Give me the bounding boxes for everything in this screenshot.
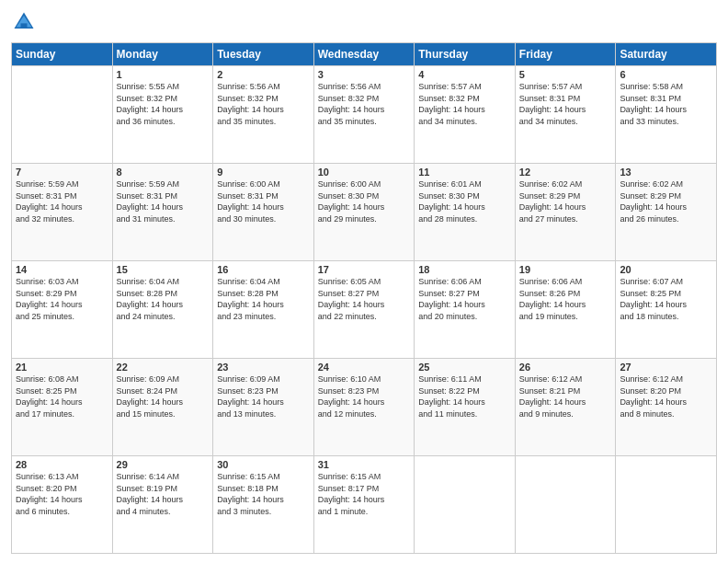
day-cell: 22Sunrise: 6:09 AM Sunset: 8:24 PM Dayli… [112, 359, 213, 456]
day-cell: 23Sunrise: 6:09 AM Sunset: 8:23 PM Dayli… [213, 359, 314, 456]
day-info: Sunrise: 6:06 AM Sunset: 8:26 PM Dayligh… [519, 277, 586, 321]
day-cell: 28Sunrise: 6:13 AM Sunset: 8:20 PM Dayli… [12, 456, 113, 554]
page: SundayMondayTuesdayWednesdayThursdayFrid… [0, 0, 728, 563]
week-row-0: 1Sunrise: 5:55 AM Sunset: 8:32 PM Daylig… [12, 66, 717, 164]
day-info: Sunrise: 6:13 AM Sunset: 8:20 PM Dayligh… [16, 472, 83, 516]
day-number: 8 [117, 167, 210, 178]
day-number: 15 [117, 264, 210, 275]
day-cell: 5Sunrise: 5:57 AM Sunset: 8:31 PM Daylig… [515, 66, 616, 164]
day-info: Sunrise: 6:09 AM Sunset: 8:24 PM Dayligh… [117, 374, 184, 419]
header-cell-tuesday: Tuesday [213, 43, 314, 66]
day-number: 17 [318, 264, 411, 275]
day-number: 1 [117, 69, 210, 80]
day-cell: 19Sunrise: 6:06 AM Sunset: 8:26 PM Dayli… [515, 261, 616, 359]
day-number: 26 [519, 362, 612, 373]
day-info: Sunrise: 6:09 AM Sunset: 8:23 PM Dayligh… [217, 374, 284, 419]
day-cell [415, 456, 516, 554]
week-row-2: 14Sunrise: 6:03 AM Sunset: 8:29 PM Dayli… [12, 261, 717, 359]
day-info: Sunrise: 5:55 AM Sunset: 8:32 PM Dayligh… [117, 82, 184, 126]
day-info: Sunrise: 5:58 AM Sunset: 8:31 PM Dayligh… [620, 82, 687, 126]
day-number: 2 [217, 69, 310, 80]
day-info: Sunrise: 6:10 AM Sunset: 8:23 PM Dayligh… [318, 374, 385, 419]
day-number: 9 [217, 167, 310, 178]
day-info: Sunrise: 6:14 AM Sunset: 8:19 PM Dayligh… [117, 472, 184, 516]
day-number: 25 [418, 362, 511, 373]
logo [11, 9, 40, 35]
day-cell: 16Sunrise: 6:04 AM Sunset: 8:28 PM Dayli… [213, 261, 314, 359]
day-info: Sunrise: 6:04 AM Sunset: 8:28 PM Dayligh… [217, 277, 284, 321]
day-cell: 9Sunrise: 6:00 AM Sunset: 8:31 PM Daylig… [213, 164, 314, 261]
day-info: Sunrise: 6:15 AM Sunset: 8:17 PM Dayligh… [318, 472, 385, 516]
header-cell-saturday: Saturday [616, 43, 717, 66]
day-info: Sunrise: 6:05 AM Sunset: 8:27 PM Dayligh… [318, 277, 385, 321]
day-cell: 20Sunrise: 6:07 AM Sunset: 8:25 PM Dayli… [616, 261, 717, 359]
day-cell: 18Sunrise: 6:06 AM Sunset: 8:27 PM Dayli… [415, 261, 516, 359]
day-number: 3 [318, 69, 411, 80]
day-number: 18 [418, 264, 511, 275]
logo-icon [11, 9, 37, 35]
day-info: Sunrise: 5:56 AM Sunset: 8:32 PM Dayligh… [217, 82, 284, 126]
svg-rect-2 [21, 23, 28, 29]
week-row-1: 7Sunrise: 5:59 AM Sunset: 8:31 PM Daylig… [12, 164, 717, 261]
day-cell: 14Sunrise: 6:03 AM Sunset: 8:29 PM Dayli… [12, 261, 113, 359]
day-info: Sunrise: 6:12 AM Sunset: 8:21 PM Dayligh… [519, 374, 586, 419]
day-info: Sunrise: 6:02 AM Sunset: 8:29 PM Dayligh… [620, 179, 687, 224]
day-number: 31 [318, 459, 411, 470]
day-cell [515, 456, 616, 554]
day-cell: 12Sunrise: 6:02 AM Sunset: 8:29 PM Dayli… [515, 164, 616, 261]
day-cell: 25Sunrise: 6:11 AM Sunset: 8:22 PM Dayli… [415, 359, 516, 456]
day-info: Sunrise: 6:11 AM Sunset: 8:22 PM Dayligh… [418, 374, 485, 419]
day-number: 27 [620, 362, 712, 373]
day-number: 5 [519, 69, 612, 80]
day-cell: 4Sunrise: 5:57 AM Sunset: 8:32 PM Daylig… [415, 66, 516, 164]
day-info: Sunrise: 6:04 AM Sunset: 8:28 PM Dayligh… [117, 277, 184, 321]
day-cell: 11Sunrise: 6:01 AM Sunset: 8:30 PM Dayli… [415, 164, 516, 261]
day-info: Sunrise: 5:57 AM Sunset: 8:31 PM Dayligh… [519, 82, 586, 126]
day-cell: 10Sunrise: 6:00 AM Sunset: 8:30 PM Dayli… [313, 164, 415, 261]
day-number: 10 [318, 167, 411, 178]
day-number: 21 [16, 362, 108, 373]
day-cell: 31Sunrise: 6:15 AM Sunset: 8:17 PM Dayli… [313, 456, 415, 554]
day-number: 30 [217, 459, 310, 470]
day-cell [12, 66, 113, 164]
day-info: Sunrise: 6:02 AM Sunset: 8:29 PM Dayligh… [519, 179, 586, 224]
day-number: 12 [519, 167, 612, 178]
day-cell: 15Sunrise: 6:04 AM Sunset: 8:28 PM Dayli… [112, 261, 213, 359]
header-cell-friday: Friday [515, 43, 616, 66]
header-cell-monday: Monday [112, 43, 213, 66]
day-info: Sunrise: 5:59 AM Sunset: 8:31 PM Dayligh… [16, 179, 83, 224]
day-cell: 8Sunrise: 5:59 AM Sunset: 8:31 PM Daylig… [112, 164, 213, 261]
day-number: 24 [318, 362, 411, 373]
day-number: 29 [117, 459, 210, 470]
day-info: Sunrise: 6:00 AM Sunset: 8:30 PM Dayligh… [318, 179, 385, 224]
day-number: 22 [117, 362, 210, 373]
day-number: 19 [519, 264, 612, 275]
day-number: 16 [217, 264, 310, 275]
day-info: Sunrise: 6:01 AM Sunset: 8:30 PM Dayligh… [418, 179, 485, 224]
day-cell: 2Sunrise: 5:56 AM Sunset: 8:32 PM Daylig… [213, 66, 314, 164]
day-cell: 13Sunrise: 6:02 AM Sunset: 8:29 PM Dayli… [616, 164, 717, 261]
day-info: Sunrise: 6:08 AM Sunset: 8:25 PM Dayligh… [16, 374, 83, 419]
week-row-3: 21Sunrise: 6:08 AM Sunset: 8:25 PM Dayli… [12, 359, 717, 456]
day-number: 20 [620, 264, 712, 275]
day-info: Sunrise: 6:03 AM Sunset: 8:29 PM Dayligh… [16, 277, 83, 321]
day-number: 4 [418, 69, 511, 80]
day-cell: 26Sunrise: 6:12 AM Sunset: 8:21 PM Dayli… [515, 359, 616, 456]
day-info: Sunrise: 5:56 AM Sunset: 8:32 PM Dayligh… [318, 82, 385, 126]
day-number: 14 [16, 264, 108, 275]
header-cell-wednesday: Wednesday [313, 43, 415, 66]
day-number: 6 [620, 69, 712, 80]
day-cell: 17Sunrise: 6:05 AM Sunset: 8:27 PM Dayli… [313, 261, 415, 359]
day-number: 13 [620, 167, 712, 178]
day-info: Sunrise: 6:06 AM Sunset: 8:27 PM Dayligh… [418, 277, 485, 321]
day-info: Sunrise: 5:57 AM Sunset: 8:32 PM Dayligh… [418, 82, 485, 126]
calendar-table: SundayMondayTuesdayWednesdayThursdayFrid… [11, 42, 717, 554]
day-info: Sunrise: 5:59 AM Sunset: 8:31 PM Dayligh… [117, 179, 184, 224]
day-cell: 24Sunrise: 6:10 AM Sunset: 8:23 PM Dayli… [313, 359, 415, 456]
day-number: 23 [217, 362, 310, 373]
day-info: Sunrise: 6:12 AM Sunset: 8:20 PM Dayligh… [620, 374, 687, 419]
day-number: 11 [418, 167, 511, 178]
header-cell-sunday: Sunday [12, 43, 113, 66]
day-cell: 27Sunrise: 6:12 AM Sunset: 8:20 PM Dayli… [616, 359, 717, 456]
day-cell: 21Sunrise: 6:08 AM Sunset: 8:25 PM Dayli… [12, 359, 113, 456]
